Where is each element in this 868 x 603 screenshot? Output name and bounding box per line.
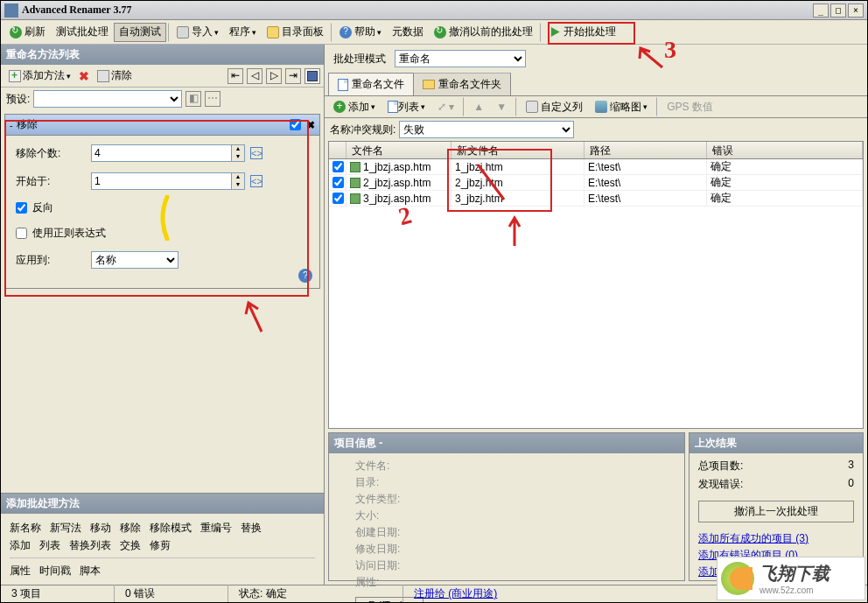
dir-panel-button[interactable]: 目录面板 bbox=[262, 23, 329, 42]
annotation-yellow-curve bbox=[155, 195, 172, 241]
custom-cols-button[interactable]: 自定义列 bbox=[521, 97, 588, 116]
method-help-icon[interactable]: ? bbox=[298, 269, 312, 283]
table-row[interactable]: 1_jbzj.asp.htm 1_jbzj.htm E:\test\ 确定 bbox=[329, 159, 863, 175]
undo-last-batch-button[interactable]: 撤消上一次批处理 bbox=[698, 501, 854, 522]
start-at-spinner[interactable]: ▲▼ bbox=[91, 172, 245, 190]
add-method-link[interactable]: 重编号 bbox=[200, 522, 232, 534]
list-button[interactable]: 列表▾ bbox=[382, 97, 430, 116]
add-method-link[interactable]: 新写法 bbox=[50, 522, 81, 534]
link-add-success[interactable]: 添加所有成功的项目 (3) bbox=[698, 531, 854, 546]
auto-test-button[interactable]: 自动测试 bbox=[114, 23, 166, 42]
refresh-button[interactable]: 刷新 bbox=[4, 23, 51, 42]
tag-icon[interactable]: <> bbox=[250, 147, 262, 159]
info-label: 访问日期: bbox=[355, 558, 658, 573]
col-error[interactable]: 错误 bbox=[707, 142, 863, 158]
errors-value: 0 bbox=[848, 477, 854, 492]
start-batch-button[interactable]: 开始批处理 bbox=[543, 23, 621, 42]
file-icon bbox=[388, 101, 398, 113]
thumb-icon bbox=[595, 101, 607, 113]
save-button[interactable] bbox=[304, 68, 320, 84]
cell-error: 确定 bbox=[710, 191, 732, 206]
clear-methods-button[interactable]: 清除 bbox=[93, 67, 136, 85]
start-at-label: 开始于: bbox=[16, 174, 86, 189]
row-checkbox[interactable] bbox=[332, 161, 344, 172]
nav-first-button[interactable]: ⇤ bbox=[228, 68, 243, 84]
logo-url: www.52z.com bbox=[760, 585, 830, 595]
preset-action1[interactable]: ◧ bbox=[186, 91, 201, 107]
remove-count-input[interactable] bbox=[91, 144, 231, 162]
col-filename[interactable]: 文件名 bbox=[346, 142, 452, 158]
status-state: 状态: 确定 bbox=[228, 585, 403, 603]
close-button[interactable]: × bbox=[848, 4, 864, 18]
col-check[interactable] bbox=[329, 142, 346, 158]
status-errors: 0 错误 bbox=[115, 585, 228, 603]
preset-action2[interactable]: ⋯ bbox=[205, 91, 220, 107]
delete-method-icon[interactable]: ✖ bbox=[79, 69, 89, 83]
tag-icon-2[interactable]: <> bbox=[250, 175, 262, 187]
total-value: 3 bbox=[848, 459, 854, 473]
start-at-input[interactable] bbox=[91, 172, 231, 190]
tab-rename-files[interactable]: 重命名文件 bbox=[328, 73, 414, 95]
add-method-link[interactable]: 替换 bbox=[241, 522, 262, 534]
method-enabled-checkbox[interactable] bbox=[290, 119, 301, 130]
status-register[interactable]: 注册给 (商业用途) bbox=[403, 585, 508, 603]
col-newname[interactable]: 新文件名 bbox=[452, 142, 584, 158]
add-method-link[interactable]: 新名称 bbox=[10, 522, 41, 534]
result-title: 上次结果 bbox=[690, 433, 863, 453]
cell-filename: 3_jbzj.asp.htm bbox=[363, 193, 430, 205]
batch-mode-select[interactable]: 重命名 bbox=[395, 50, 526, 67]
move-down-button[interactable]: ▼ bbox=[491, 97, 512, 116]
maximize-button[interactable]: □ bbox=[830, 4, 846, 18]
reverse-checkbox[interactable] bbox=[16, 202, 27, 214]
watermark-logo: 飞翔下载 www.52z.com bbox=[717, 557, 865, 600]
titlebar: Advanced Renamer 3.77 _ □ × bbox=[1, 1, 867, 20]
table-row[interactable]: 2_jbzj.asp.htm 2_jbzj.htm E:\test\ 确定 bbox=[329, 175, 863, 191]
row-checkbox[interactable] bbox=[332, 193, 344, 204]
help-button[interactable]: ?帮助▾ bbox=[334, 23, 387, 42]
import-button[interactable]: 导入▾ bbox=[172, 23, 224, 42]
add-method-link[interactable]: 时间戳 bbox=[39, 564, 71, 577]
add-method-button[interactable]: 添加方法▾ bbox=[4, 67, 75, 85]
nav-prev-button[interactable]: ◁ bbox=[247, 68, 262, 84]
add-method-link[interactable]: 脚本 bbox=[80, 564, 101, 577]
play-icon bbox=[549, 26, 561, 39]
add-method-link[interactable]: 属性 bbox=[10, 564, 31, 577]
thumbnail-button[interactable]: 缩略图▾ bbox=[590, 97, 653, 116]
method-close-icon[interactable]: ✖ bbox=[306, 119, 315, 131]
regex-checkbox[interactable] bbox=[16, 228, 27, 239]
help-icon: ? bbox=[340, 26, 352, 39]
col-path[interactable]: 路径 bbox=[584, 142, 707, 158]
applyto-select[interactable]: 名称 bbox=[91, 251, 178, 269]
remove-count-spinner[interactable]: ▲▼ bbox=[91, 144, 245, 162]
add-method-link[interactable]: 修剪 bbox=[150, 539, 171, 551]
grid-icon bbox=[526, 101, 538, 113]
table-row[interactable]: 3_jbzj.asp.htm 3_jbzj.htm E:\test\ 确定 bbox=[329, 191, 863, 207]
add-method-link[interactable]: 移动 bbox=[90, 522, 111, 534]
conflict-select[interactable]: 失败 bbox=[399, 121, 574, 138]
add-method-link[interactable]: 交换 bbox=[120, 539, 141, 551]
move-up-button[interactable]: ▲ bbox=[468, 97, 489, 116]
method-collapse-icon[interactable]: - bbox=[10, 120, 13, 130]
add-method-link[interactable]: 列表 bbox=[39, 539, 60, 551]
row-checkbox[interactable] bbox=[332, 177, 344, 188]
minimize-button[interactable]: _ bbox=[813, 4, 829, 18]
test-batch-button[interactable]: 测试批处理 bbox=[51, 23, 114, 42]
add-method-link[interactable]: 移除模式 bbox=[150, 522, 192, 534]
expand-icon[interactable]: ⤢ ▾ bbox=[432, 97, 459, 116]
annotation-stroke-2a bbox=[473, 160, 508, 204]
tab-rename-folders[interactable]: 重命名文件夹 bbox=[413, 73, 511, 95]
folder-icon bbox=[423, 80, 435, 89]
add-method-link[interactable]: 移除 bbox=[120, 522, 141, 534]
metadata-button[interactable]: 元数据 bbox=[387, 23, 429, 42]
preset-label: 预设: bbox=[6, 92, 30, 107]
program-button[interactable]: 程序▾ bbox=[224, 23, 262, 42]
undo-batch-button[interactable]: 撤消以前的批处理 bbox=[429, 23, 538, 42]
add-method-link[interactable]: 替换列表 bbox=[69, 539, 111, 551]
add-method-link[interactable]: 添加 bbox=[10, 539, 31, 551]
nav-last-button[interactable]: ⇥ bbox=[285, 68, 301, 84]
add-files-button[interactable]: +添加▾ bbox=[328, 97, 381, 116]
gps-button[interactable]: GPS 数值 bbox=[662, 97, 718, 116]
info-label: 大小: bbox=[355, 508, 658, 523]
preset-select[interactable] bbox=[33, 90, 182, 108]
nav-next-button[interactable]: ▷ bbox=[266, 68, 282, 84]
